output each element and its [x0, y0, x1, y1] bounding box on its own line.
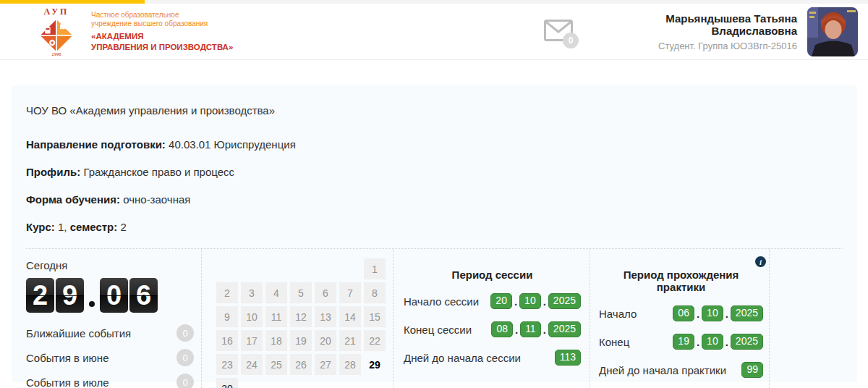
logo[interactable]: АУП 1996: [27, 7, 85, 56]
calendar-day[interactable]: 25: [265, 354, 287, 375]
date-separator: .: [543, 295, 546, 308]
user-block[interactable]: Марьяндышева Татьяна Владиславовна Студе…: [586, 12, 797, 51]
session-start-row: Начало сессии 20.10.2025: [404, 293, 581, 309]
calendar-day[interactable]: 5: [290, 282, 312, 303]
calendar-day[interactable]: 19: [290, 330, 312, 351]
calendar-day[interactable]: 16: [216, 330, 238, 351]
calendar-day[interactable]: 6: [315, 282, 336, 303]
practice-end-row: Конец 19.10.2025: [599, 334, 763, 350]
mail-button[interactable]: 0: [544, 20, 573, 44]
date-year-badge: 2025: [731, 305, 763, 321]
calendar-day[interactable]: 21: [339, 330, 361, 351]
calendar-day[interactable]: 7: [339, 282, 361, 303]
calendar-day[interactable]: 10: [241, 306, 263, 327]
calendar-day[interactable]: 28: [339, 354, 361, 375]
field-value: Гражданское право и процесс: [83, 166, 234, 178]
date-separator: .: [726, 336, 728, 348]
flip-digit: 2: [26, 278, 54, 313]
date-year-badge: 2025: [731, 334, 763, 350]
date-separator: .: [514, 295, 517, 308]
row-label: Начало сессии: [404, 295, 479, 308]
session-days-left-row: Дней до начала сессии 113: [404, 350, 581, 366]
logo-diamond-icon: [38, 17, 75, 54]
calendar-day: [241, 258, 263, 279]
days-left-badge: 113: [555, 350, 581, 366]
info-icon[interactable]: i: [755, 256, 766, 267]
date-separator: .: [543, 324, 546, 336]
logo-acronym: АУП: [27, 7, 85, 17]
days-left-badge: 99: [741, 362, 763, 378]
event-count-badge: 0: [176, 374, 194, 388]
row-label: Конец: [599, 336, 629, 348]
events-july[interactable]: События в июле 0: [26, 374, 194, 388]
calendar-day: [216, 258, 238, 279]
event-count-badge: 0: [176, 324, 194, 342]
field-label: Направление подготовки:: [26, 138, 166, 151]
calendar-day[interactable]: 27: [315, 354, 336, 375]
calendar-day[interactable]: 23: [216, 354, 238, 375]
calendar-day[interactable]: 20: [315, 330, 336, 351]
date-month-badge: 11: [520, 321, 541, 337]
field-value: 40.03.01 Юриспруденция: [169, 138, 296, 151]
calendar-day[interactable]: 15: [364, 306, 386, 327]
field-value: 1,: [58, 221, 67, 233]
field-label: Профиль:: [26, 166, 80, 178]
empty-column: [769, 249, 843, 388]
calendar-day[interactable]: 30: [216, 378, 238, 388]
institution-line-2: учреждение высшего образования: [91, 20, 233, 29]
page: АУП 1996 Частное образовательное учрежде…: [0, 0, 868, 388]
institution-line-3: «АКАДЕМИЯ: [91, 31, 233, 42]
calendar-day[interactable]: 29: [364, 354, 386, 375]
calendar-day[interactable]: 18: [265, 330, 287, 351]
dashboard-panel: ЧОУ ВО «Академия управления и производст…: [12, 85, 857, 382]
field-label: Форма обучения:: [26, 193, 120, 206]
events-june[interactable]: События в июне 0: [26, 349, 194, 366]
calendar-day[interactable]: 26: [290, 354, 312, 375]
calendar-day[interactable]: 11: [265, 306, 287, 327]
row-label: Дней до начала сессии: [404, 352, 521, 364]
profile-field-form: Форма обучения: очно-заочная: [26, 193, 843, 206]
calendar-day[interactable]: 12: [290, 306, 312, 327]
date-separator: .: [697, 336, 699, 348]
calendar-column: 1234567891011121314151617181920212223242…: [201, 249, 393, 388]
calendar-day[interactable]: 2: [216, 282, 238, 303]
field-label: Курс:: [26, 221, 55, 233]
events-upcoming[interactable]: Ближайшие события 0: [26, 324, 194, 342]
calendar-day[interactable]: 22: [364, 330, 386, 351]
row-label: Начало: [599, 308, 637, 320]
calendar-day[interactable]: 14: [339, 306, 361, 327]
today-title: Сегодня: [26, 259, 201, 271]
flip-digit: 0: [100, 278, 128, 313]
avatar[interactable]: [807, 7, 858, 56]
calendar-day: [339, 258, 361, 279]
calendar-day[interactable]: 17: [241, 330, 263, 351]
calendar-day: [265, 378, 287, 388]
flip-clock-dot: [89, 301, 95, 307]
calendar-day[interactable]: 8: [364, 282, 386, 303]
calendar-day: [265, 258, 287, 279]
date-separator: .: [697, 308, 699, 320]
university-name: ЧОУ ВО «Академия управления и производст…: [26, 104, 843, 117]
calendar-day[interactable]: 4: [265, 282, 287, 303]
institution-line-4: УПРАВЛЕНИЯ И ПРОИЗВОДСТВА»: [91, 42, 233, 53]
calendar-day[interactable]: 1: [364, 258, 386, 279]
avatar-photo: [807, 7, 858, 56]
calendar-day[interactable]: 24: [241, 354, 263, 375]
calendar-day[interactable]: 9: [216, 306, 238, 327]
date-day-badge: 19: [673, 334, 694, 350]
calendar-day: [241, 378, 263, 388]
session-end-row: Конец сессии 08.11.2025: [404, 321, 581, 337]
institution-line-1: Частное образовательное: [91, 11, 233, 20]
date-month-badge: 10: [702, 305, 723, 321]
date-month-badge: 10: [519, 293, 541, 309]
profile-field-course: Курс: 1, семестр: 2: [26, 221, 843, 233]
date-month-badge: 10: [702, 334, 723, 350]
date-separator: .: [726, 308, 728, 320]
date-year-badge: 2025: [548, 293, 581, 309]
today-column: Сегодня 2 9 0 6 Ближайшие события 0 Собы…: [26, 249, 201, 388]
calendar-day[interactable]: 3: [241, 282, 263, 303]
row-label: Дней до начала практики: [599, 364, 726, 376]
calendar-day[interactable]: 13: [315, 306, 336, 327]
practice-column: i Период прохождения практики Начало 06.…: [590, 249, 769, 388]
practice-start-row: Начало 06.10.2025: [599, 305, 763, 321]
